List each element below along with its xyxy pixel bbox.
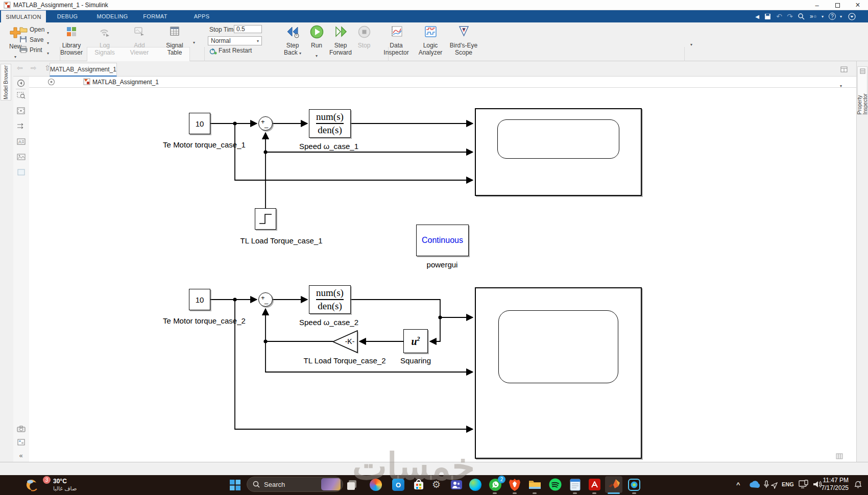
breadcrumb-pivot-icon[interactable] (47, 78, 55, 88)
copilot-icon[interactable] (370, 479, 382, 491)
layout-grid-icon[interactable] (840, 65, 848, 75)
edge-icon[interactable] (469, 479, 481, 491)
tab-debug[interactable]: DEBUG (51, 10, 84, 22)
fit-to-view-icon[interactable] (15, 106, 27, 116)
tab-apps[interactable]: APPS (184, 10, 220, 22)
breadcrumb-path[interactable]: MATLAB_Assignment_1 (92, 79, 159, 86)
weather-temp[interactable]: 30°C (53, 478, 67, 485)
birds-eye-scope-icon[interactable] (457, 25, 470, 40)
squaring-label[interactable]: Squaring (400, 356, 431, 365)
photos-icon[interactable] (628, 479, 640, 493)
birds-eye-scope-button-line2[interactable]: Scope (455, 49, 472, 56)
teams-icon[interactable] (450, 479, 463, 493)
sum-block-case2[interactable]: +_ (258, 292, 273, 307)
nav-forward-icon[interactable]: ⇨ (31, 64, 37, 72)
run-icon[interactable] (310, 25, 324, 41)
acrobat-icon[interactable] (589, 479, 600, 490)
open-button[interactable]: Open (30, 26, 44, 33)
data-inspector-button[interactable]: Data (390, 42, 402, 49)
tray-clock[interactable]: 11:47 PM 7/17/2025 (816, 477, 849, 491)
prepare-gallery-caret-icon[interactable]: ▾ (193, 37, 195, 46)
maximize-button[interactable] (827, 0, 848, 10)
undo-icon[interactable]: ↶ (774, 11, 784, 22)
gain-block[interactable]: -K- (333, 331, 358, 354)
help-icon[interactable]: ? (828, 11, 837, 22)
step-forward-button[interactable]: Step (334, 42, 347, 49)
shortcuts-caret-icon[interactable]: ▾ (819, 11, 826, 22)
print-button[interactable]: Print (30, 46, 42, 54)
tab-simulation[interactable]: SIMULATION (1, 10, 46, 22)
canvas-grid-icon[interactable] (836, 452, 843, 461)
logic-analyzer-button-line2[interactable]: Analyzer (419, 49, 443, 56)
toolstrip-collapse-icon[interactable]: ◀ (754, 11, 761, 22)
data-inspector-icon[interactable] (390, 26, 403, 40)
area-box-icon[interactable] (15, 167, 27, 177)
start-button[interactable] (230, 480, 240, 492)
onedrive-icon[interactable] (749, 480, 761, 491)
tray-expand-icon[interactable]: ^ (736, 481, 740, 488)
simulation-mode-dropdown[interactable]: Normal▾ (208, 36, 262, 45)
file-explorer-icon[interactable] (528, 479, 541, 492)
step-back-button[interactable]: Step (286, 42, 299, 49)
open-caret-icon[interactable]: ▾ (47, 27, 49, 36)
step-label-case1[interactable]: TL Load Torque_case_1 (240, 236, 323, 245)
constant-block-case2[interactable]: 10 (189, 289, 210, 310)
document-tab[interactable]: MATLAB_Assignment_1 (50, 63, 117, 77)
image-annotation-icon[interactable] (15, 152, 27, 162)
step-forward-button-line2[interactable]: Forward (329, 49, 352, 56)
powergui-label[interactable]: powergui (427, 260, 458, 269)
constant-label-case2[interactable]: Te Motor torque_case_2 (163, 316, 246, 325)
resources-icon[interactable] (847, 11, 857, 22)
settings-gear-icon[interactable]: ⚙ (432, 479, 441, 490)
close-button[interactable]: × (848, 0, 868, 10)
constant-block-case1[interactable]: 10 (189, 113, 210, 134)
zoom-region-icon[interactable] (15, 90, 27, 100)
tab-format[interactable]: FORMAT (137, 10, 174, 22)
ribbon-more-caret-icon[interactable]: ▾ (690, 39, 692, 48)
transfer-fcn-block-case2[interactable]: num(s)den(s) (309, 285, 351, 314)
shortcuts-icon[interactable]: »☆ (808, 11, 819, 22)
language-indicator[interactable]: ENG (782, 481, 794, 487)
transfer-fcn-block-case1[interactable]: num(s)den(s) (309, 109, 351, 138)
data-inspector-button-line2[interactable]: Inspector (383, 49, 408, 56)
constant-label-case1[interactable]: Te Motor torque_case_1 (163, 140, 246, 149)
tab-modeling[interactable]: MODELING (92, 10, 133, 22)
quick-save-icon[interactable] (762, 11, 773, 22)
math-function-block[interactable]: u2 (403, 329, 428, 353)
search-box[interactable]: Search (247, 477, 343, 492)
model-browser-tab[interactable]: Model Browser (1, 64, 11, 101)
property-inspector-tab[interactable]: Property Inspector (857, 66, 867, 115)
model-canvas[interactable]: -K- 10 Te Motor torque_case_1 +_ num(s)d… (29, 88, 856, 462)
new-caret-icon[interactable]: ▾ (14, 51, 16, 60)
store-icon[interactable] (413, 479, 425, 493)
nav-back-icon[interactable]: ⇦ (17, 64, 23, 72)
library-browser-button[interactable]: Library (62, 42, 81, 49)
minimize-button[interactable]: – (807, 0, 827, 10)
stop-time-input[interactable] (234, 25, 262, 33)
signal-routing-icon[interactable] (15, 121, 27, 131)
location-icon[interactable] (771, 482, 778, 491)
logic-analyzer-icon[interactable] (424, 26, 437, 40)
gain-label-case2[interactable]: TL Load Torque_case_2 (304, 356, 386, 365)
weather-desc[interactable]: صاف غالبا (53, 485, 77, 492)
screenshot-camera-icon[interactable] (15, 424, 27, 434)
brave-icon[interactable] (509, 478, 521, 493)
save-caret-icon[interactable]: ▾ (47, 37, 49, 46)
spotify-icon[interactable] (549, 478, 562, 493)
notification-bell-icon[interactable]: z (853, 480, 863, 491)
collapse-palette-icon[interactable]: « (15, 450, 27, 460)
search-icon[interactable] (796, 11, 806, 22)
logic-analyzer-button[interactable]: Logic (423, 42, 438, 49)
step-block-case1[interactable] (255, 208, 276, 230)
help-caret-icon[interactable]: ▾ (838, 11, 844, 22)
sum-block-case1[interactable]: +_ (258, 116, 273, 131)
annotation-icon[interactable]: A (15, 136, 27, 146)
step-forward-icon[interactable] (334, 26, 348, 41)
transfer-fcn-label-case1[interactable]: Speed ω_case_1 (299, 142, 358, 151)
save-button[interactable]: Save (30, 36, 43, 43)
cast-device-icon[interactable] (799, 480, 809, 491)
birds-eye-scope-button[interactable]: Bird's-Eye (450, 42, 477, 49)
fast-restart-checkbox[interactable]: Fast Restart (219, 47, 252, 54)
run-button[interactable]: Run (311, 42, 322, 49)
task-view-icon[interactable] (346, 479, 358, 493)
